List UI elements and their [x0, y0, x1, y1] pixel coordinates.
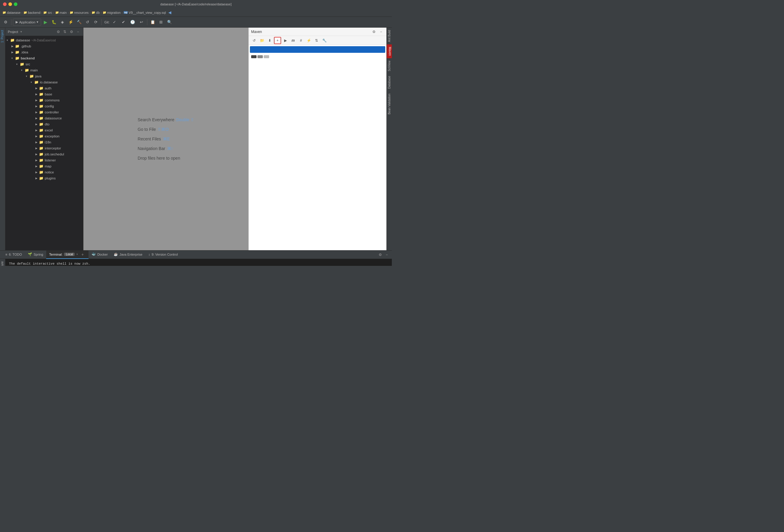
ant-build-tab[interactable]: Ant Build: [387, 28, 392, 45]
database-tab[interactable]: Database: [387, 74, 392, 91]
terminal-line: The default interactive shell is now zsh…: [9, 261, 388, 266]
breadcrumb-item[interactable]: 📁 src: [43, 11, 52, 15]
list-item[interactable]: ▶ 📁 base: [5, 91, 83, 97]
maven-wrench-btn[interactable]: 🔧: [321, 37, 328, 44]
toolbar-separator: [11, 19, 11, 25]
search-everywhere-button[interactable]: 🔍: [166, 18, 173, 26]
folder-open-icon: 📁: [34, 80, 39, 84]
java-enterprise-tab[interactable]: ☕ Java Enterprise: [111, 251, 145, 259]
navigation-arrow-icon[interactable]: ◀: [168, 10, 171, 15]
local-tab[interactable]: Local: [64, 253, 75, 256]
list-item[interactable]: ▶ 📁 map: [5, 163, 83, 169]
structure-tab[interactable]: Z: Structure: [0, 259, 5, 266]
close-local-tab-icon[interactable]: ×: [76, 253, 78, 256]
maven-add-btn[interactable]: +: [274, 37, 281, 44]
build-button[interactable]: 🔨: [75, 18, 83, 26]
maven-toolbar: ↺ 📁 ⬇ + ▶ m # ⚡ ⇅ 🔧: [249, 36, 387, 45]
maven-update-btn[interactable]: ⚡: [305, 37, 312, 44]
debug-button[interactable]: 🐛: [50, 18, 58, 26]
version-control-tab[interactable]: ↕ 9: Version Control: [145, 251, 181, 259]
add-tab-button[interactable]: +: [80, 252, 85, 257]
layout-button[interactable]: ⊞: [157, 18, 165, 26]
run-button[interactable]: ▶: [42, 18, 50, 26]
maven-header: Maven ⚙ −: [249, 28, 387, 36]
bean-validation-tab[interactable]: Bean Validation: [387, 91, 392, 117]
breadcrumb-item[interactable]: 📁 dataease: [2, 11, 20, 15]
list-item[interactable]: ▾ 📁 src: [5, 61, 83, 67]
list-item[interactable]: ▶ 📁 controller: [5, 109, 83, 115]
vcs-button[interactable]: 📋: [149, 18, 157, 26]
todo-icon: ≡: [5, 253, 7, 256]
close-button[interactable]: [3, 2, 7, 6]
minimize-button[interactable]: [8, 2, 12, 6]
coverage-button[interactable]: ◈: [58, 18, 66, 26]
list-item[interactable]: ▶ 📁 commons: [5, 97, 83, 103]
bottom-panel-icons: ⚙ −: [377, 252, 389, 257]
maven-side-tab[interactable]: Maven: [387, 45, 392, 58]
maven-open-btn[interactable]: 📁: [258, 37, 265, 44]
settings-button[interactable]: ⚙: [2, 18, 9, 26]
list-item[interactable]: ▶ 📁 job.sechedul: [5, 151, 83, 157]
list-item[interactable]: ▶ 📁 i18n: [5, 139, 83, 145]
list-item[interactable]: ▶ 📁 auth: [5, 85, 83, 91]
list-item[interactable]: ▶ 📁 .idea: [5, 49, 83, 55]
list-item[interactable]: ▶ 📁 dto: [5, 121, 83, 127]
maven-refresh-btn[interactable]: ↺: [251, 37, 258, 44]
list-item[interactable]: ▶ 📁 interceptor: [5, 145, 83, 151]
list-item[interactable]: ▾ 📁 io.dataease: [5, 79, 83, 85]
maven-config-btn[interactable]: ⇅: [313, 37, 320, 44]
gear-icon[interactable]: ⚙: [69, 29, 74, 34]
tree-arrow-icon: ▶: [35, 147, 39, 150]
maven-parallel-btn[interactable]: #: [297, 37, 305, 44]
maven-settings-icon[interactable]: ⚙: [371, 29, 377, 35]
list-item[interactable]: ▶ 📁 exception: [5, 133, 83, 139]
git-revert-button[interactable]: ↩: [138, 18, 145, 26]
todo-tab[interactable]: ≡ 6: TODO: [2, 251, 25, 259]
profile-button[interactable]: ⚡: [67, 18, 75, 26]
list-item[interactable]: ▾ 📁 java: [5, 73, 83, 79]
list-item[interactable]: ▶ 📁 plugins: [5, 175, 83, 181]
spring-tab[interactable]: 🌱 Spring: [25, 251, 46, 259]
terminal-tab[interactable]: Terminal: Local × +: [46, 251, 89, 259]
app-config-dropdown[interactable]: ▶ Application ▾: [13, 19, 41, 26]
list-item[interactable]: ▶ 📁 excel: [5, 127, 83, 133]
git-commit-button[interactable]: ✔: [120, 18, 128, 26]
breadcrumb-item[interactable]: 📁 db: [91, 11, 100, 15]
minimize-panel-icon[interactable]: −: [75, 29, 81, 34]
list-item[interactable]: ▶ 📁 .github: [5, 43, 83, 49]
breadcrumb-item[interactable]: 📁 main: [55, 11, 67, 15]
list-item[interactable]: ▾ 📁 backend: [5, 55, 83, 61]
list-item[interactable]: ▶ 📁 config: [5, 103, 83, 109]
bottom-minimize-icon[interactable]: −: [384, 252, 389, 257]
reload-button[interactable]: ⟳: [92, 18, 100, 26]
maven-minimize-icon[interactable]: −: [378, 29, 384, 35]
toolbar-separator: [147, 19, 147, 25]
breadcrumb-item[interactable]: 📁 backend: [23, 11, 40, 15]
git-check-button[interactable]: ✓: [111, 18, 118, 26]
hint-goto: Go to File ⇧⌘O: [138, 127, 194, 132]
list-item[interactable]: ▶ 📁 notice: [5, 169, 83, 175]
maven-m-btn[interactable]: m: [289, 37, 297, 44]
dropdown-arrow-icon: ▾: [37, 20, 38, 24]
breadcrumb-item[interactable]: sql V9__chart_view_copy.sql: [123, 11, 166, 15]
list-item[interactable]: ▶ 📁 listener: [5, 157, 83, 163]
maven-download-btn[interactable]: ⬇: [266, 37, 273, 44]
sciview-tab[interactable]: SciView: [387, 58, 392, 74]
git-history-button[interactable]: 🕐: [129, 18, 137, 26]
list-item[interactable]: ▾ 📁 main: [5, 67, 83, 73]
dropdown-arrow-icon[interactable]: ▾: [20, 30, 22, 33]
breadcrumb-item[interactable]: 📁 migration: [103, 11, 121, 15]
folder-icon: 📁: [39, 140, 44, 144]
breadcrumb-item[interactable]: 📁 resources: [69, 11, 88, 15]
filter-icon[interactable]: ⇅: [62, 29, 67, 34]
project-tab[interactable]: 1: Project: [0, 28, 5, 45]
rerun-button[interactable]: ↺: [84, 18, 91, 26]
maven-run-btn[interactable]: ▶: [282, 37, 289, 44]
tree-arrow-icon: ▾: [11, 57, 15, 60]
tree-root[interactable]: ▾ 📁 dataease ~/A-DataEase/cod: [5, 37, 83, 43]
maximize-button[interactable]: [14, 2, 18, 6]
list-item[interactable]: ▶ 📁 datasource: [5, 115, 83, 121]
bottom-settings-icon[interactable]: ⚙: [377, 252, 383, 257]
settings-icon[interactable]: ⚙: [56, 29, 61, 34]
docker-tab[interactable]: 🐳 Docker: [88, 251, 111, 259]
